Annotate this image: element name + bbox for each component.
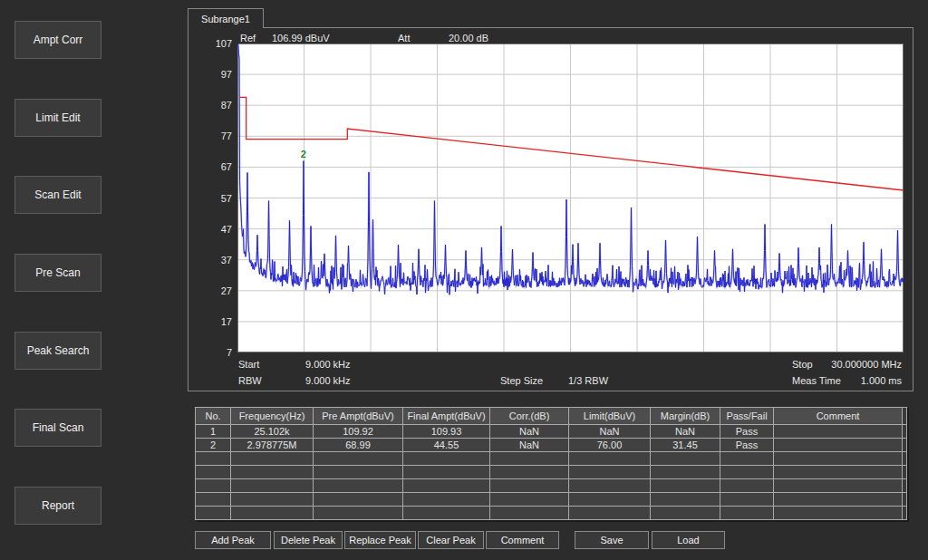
peak-table: No.Frequency(Hz)Pre Ampt(dBuV)Final Ampt… <box>195 407 907 520</box>
cell[interactable]: 2 <box>196 439 231 452</box>
cell[interactable] <box>774 507 903 520</box>
cell[interactable] <box>231 507 314 520</box>
cell[interactable]: 109.93 <box>403 425 490 439</box>
cell[interactable] <box>569 493 651 507</box>
cell[interactable] <box>403 507 490 520</box>
ref-label: Ref <box>240 33 256 43</box>
cell[interactable] <box>774 425 903 439</box>
cell[interactable] <box>490 507 569 520</box>
column-header-corr-db-: Corr.(dB) <box>490 408 569 425</box>
cell[interactable] <box>314 493 403 507</box>
cell[interactable] <box>231 493 314 507</box>
table-scrollbar[interactable] <box>903 439 907 452</box>
cell[interactable]: 44.55 <box>403 439 490 452</box>
start-label: Start <box>238 359 259 370</box>
save-button[interactable]: Save <box>575 531 649 549</box>
cell[interactable] <box>231 452 314 466</box>
stop-label: Stop <box>792 359 813 370</box>
cell[interactable] <box>774 493 903 507</box>
cell[interactable] <box>774 479 903 493</box>
column-header-pass-fail: Pass/Fail <box>720 408 774 425</box>
cell[interactable] <box>403 493 490 507</box>
cell[interactable] <box>569 507 651 520</box>
sidebar-button-report[interactable]: Report <box>14 487 102 525</box>
stop-value: 30.000000 MHz <box>831 359 902 370</box>
tab-subrange1[interactable]: Subrange1 <box>188 8 264 28</box>
cell[interactable] <box>490 479 569 493</box>
cell[interactable] <box>720 466 774 479</box>
att-label: Att <box>398 33 410 43</box>
cell[interactable]: 1 <box>196 425 231 439</box>
cell[interactable] <box>314 479 403 493</box>
cell[interactable]: 109.92 <box>314 425 403 439</box>
sidebar-button-scan-edit[interactable]: Scan Edit <box>14 176 102 214</box>
cell[interactable]: Pass <box>720 425 774 439</box>
y-axis-tick-label: 17 <box>205 316 232 327</box>
delete-peak-button[interactable]: Delete Peak <box>274 531 343 549</box>
cell[interactable] <box>774 466 903 479</box>
cell[interactable] <box>196 493 231 507</box>
cell[interactable] <box>314 452 403 466</box>
cell[interactable] <box>403 452 490 466</box>
att-value: 20.00 dB <box>449 33 488 43</box>
cell[interactable] <box>196 466 231 479</box>
load-button[interactable]: Load <box>652 531 725 549</box>
cell[interactable]: 25.102k <box>231 425 314 439</box>
cell[interactable] <box>569 479 651 493</box>
table-scrollbar[interactable] <box>903 479 907 493</box>
cell[interactable] <box>774 452 903 466</box>
clear-peak-button[interactable]: Clear Peak <box>418 531 484 549</box>
sidebar-button-final-scan[interactable]: Final Scan <box>14 409 102 447</box>
cell[interactable] <box>196 479 231 493</box>
cell[interactable]: NaN <box>490 439 569 452</box>
column-header-frequency-hz-: Frequency(Hz) <box>231 408 314 425</box>
cell[interactable] <box>231 479 314 493</box>
empty-row <box>196 507 907 520</box>
cell[interactable] <box>720 507 774 520</box>
cell[interactable]: NaN <box>651 425 720 439</box>
cell[interactable] <box>403 479 490 493</box>
empty-row <box>196 452 907 466</box>
sidebar-button-limit-edit[interactable]: Limit Edit <box>14 99 102 137</box>
cell[interactable] <box>720 493 774 507</box>
cell[interactable]: 68.99 <box>314 439 403 452</box>
cell[interactable] <box>314 466 403 479</box>
cell[interactable]: NaN <box>569 425 651 439</box>
cell[interactable] <box>651 466 720 479</box>
cell[interactable]: 31.45 <box>651 439 720 452</box>
cell[interactable] <box>403 466 490 479</box>
table-scrollbar[interactable] <box>903 507 907 520</box>
cell[interactable] <box>196 452 231 466</box>
table-scrollbar[interactable] <box>903 452 907 466</box>
table-scrollbar[interactable] <box>903 466 907 479</box>
cell[interactable] <box>651 507 720 520</box>
cell[interactable] <box>314 507 403 520</box>
cell[interactable] <box>490 493 569 507</box>
spectrum-plot: 2 <box>237 43 904 352</box>
cell[interactable] <box>196 507 231 520</box>
cell[interactable]: 2.978775M <box>231 439 314 452</box>
sidebar-button-peak-search[interactable]: Peak Search <box>14 332 102 370</box>
comment-button[interactable]: Comment <box>486 531 559 549</box>
cell[interactable]: 76.00 <box>569 439 651 452</box>
sidebar-button-pre-scan[interactable]: Pre Scan <box>14 254 102 292</box>
cell[interactable] <box>720 452 774 466</box>
cell[interactable] <box>569 452 651 466</box>
cell[interactable] <box>569 466 651 479</box>
cell[interactable] <box>651 479 720 493</box>
cell[interactable] <box>651 493 720 507</box>
table-scrollbar[interactable] <box>903 425 907 439</box>
table-scrollbar[interactable] <box>903 493 907 507</box>
cell[interactable]: Pass <box>720 439 774 452</box>
cell[interactable] <box>720 479 774 493</box>
cell[interactable] <box>774 439 903 452</box>
sidebar-button-ampt-corr[interactable]: Ampt Corr <box>14 21 102 59</box>
cell[interactable]: NaN <box>490 425 569 439</box>
cell[interactable] <box>651 452 720 466</box>
cell[interactable] <box>490 466 569 479</box>
table-scrollbar[interactable] <box>903 408 907 425</box>
replace-peak-button[interactable]: Replace Peak <box>344 531 416 549</box>
add-peak-button[interactable]: Add Peak <box>195 531 271 549</box>
cell[interactable] <box>490 452 569 466</box>
cell[interactable] <box>231 466 314 479</box>
